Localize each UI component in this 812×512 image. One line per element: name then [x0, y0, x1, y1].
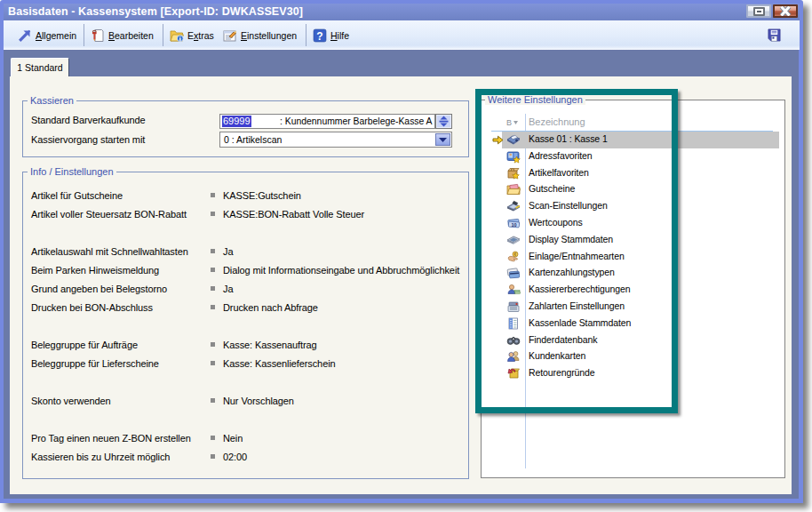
svg-text:?: ? — [316, 29, 322, 42]
